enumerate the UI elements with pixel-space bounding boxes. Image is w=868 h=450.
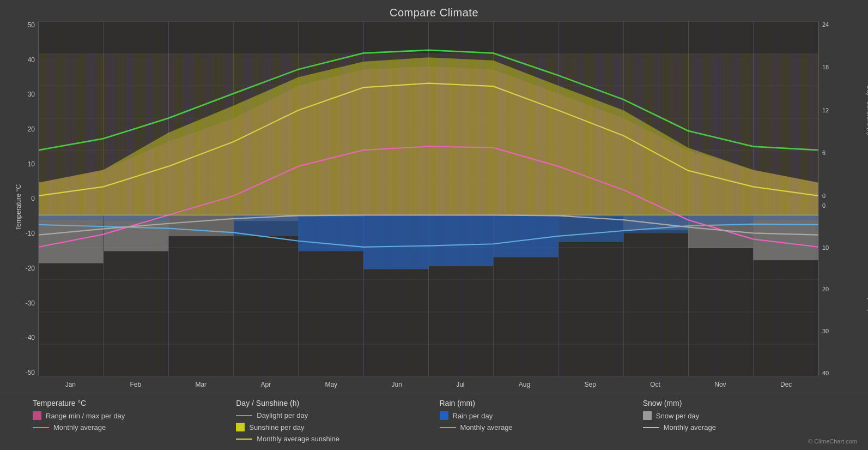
right-tick-24: 24 bbox=[822, 21, 829, 28]
right-tick-r40: 40 bbox=[822, 370, 829, 376]
y-tick: 50 bbox=[28, 21, 35, 29]
chart-area: Temperature °C 50 40 30 20 10 0 -10 -20 … bbox=[0, 21, 868, 393]
legend-sunshine-avg: Monthly average sunshine bbox=[236, 435, 428, 443]
legend-rain-label: Rain per day bbox=[453, 412, 493, 420]
legend-temp-avg: Monthly average bbox=[33, 423, 225, 431]
x-label-feb: Feb bbox=[130, 381, 141, 388]
chart-svg bbox=[39, 21, 818, 376]
legend-snow-title: Snow (mm) bbox=[643, 399, 835, 407]
legend-rain-per-day: Rain per day bbox=[440, 411, 632, 420]
legend-area: Temperature °C Range min / max per day M… bbox=[0, 393, 868, 450]
legend-sunshine-avg-label: Monthly average sunshine bbox=[257, 435, 339, 443]
legend-rain-avg: Monthly average bbox=[440, 423, 632, 431]
page-title: Compare Climate bbox=[0, 0, 868, 21]
legend-rain-avg-label: Monthly average bbox=[460, 423, 513, 431]
x-axis-labels: Jan Feb Mar Apr May Jun Jul Aug Sep Oct … bbox=[38, 379, 819, 391]
legend-sunshine-per-day: Sunshine per day bbox=[236, 423, 428, 431]
legend-snow-box bbox=[643, 411, 652, 420]
legend-daylight: Day / Sunshine (h) Daylight per day Suns… bbox=[236, 399, 428, 445]
legend-daylight-line bbox=[236, 415, 252, 416]
x-label-apr: Apr bbox=[260, 381, 271, 388]
x-label-mar: Mar bbox=[195, 381, 207, 388]
legend-snow: Snow (mm) Snow per day Monthly average bbox=[643, 399, 835, 445]
right-tick-r20: 20 bbox=[822, 286, 829, 292]
legend-temp-avg-line bbox=[33, 427, 49, 428]
legend-snow-per-day: Snow per day bbox=[643, 411, 835, 420]
legend-temp-range-label: Range min / max per day bbox=[46, 412, 125, 420]
legend-daylight-per-day: Daylight per day bbox=[236, 411, 428, 419]
right-tick-18: 18 bbox=[822, 64, 829, 70]
x-label-jul: Jul bbox=[456, 381, 464, 388]
x-label-nov: Nov bbox=[714, 381, 726, 388]
y-axis-left: Temperature °C 50 40 30 20 10 0 -10 -20 … bbox=[5, 21, 38, 393]
legend-temp-title: Temperature °C bbox=[33, 399, 225, 407]
y-axis-right: 24 18 12 6 0 Day / Sunshine (h) 0 10 20 … bbox=[819, 21, 863, 393]
x-label-sep: Sep bbox=[585, 381, 596, 388]
legend-snow-avg-line bbox=[643, 427, 659, 428]
legend-snow-avg-label: Monthly average bbox=[664, 423, 716, 431]
y-tick: -40 bbox=[26, 334, 35, 341]
legend-sunshine-label: Sunshine per day bbox=[249, 423, 304, 431]
right-axis-label-top: Day / Sunshine (h) bbox=[866, 85, 868, 135]
legend-sunshine-avg-line bbox=[236, 439, 252, 440]
legend-temperature: Temperature °C Range min / max per day M… bbox=[33, 399, 225, 445]
legend-snow-avg: Monthly average bbox=[643, 423, 835, 431]
y-tick: -50 bbox=[26, 369, 35, 376]
x-label-oct: Oct bbox=[650, 381, 660, 388]
y-axis-left-label: Temperature °C bbox=[15, 184, 22, 230]
legend-daylight-label: Daylight per day bbox=[257, 411, 308, 419]
right-tick-6: 6 bbox=[822, 149, 829, 156]
page-wrapper: Compare Climate Temperature °C 50 40 30 … bbox=[0, 0, 868, 450]
y-tick: -10 bbox=[26, 230, 35, 237]
legend-sunshine-box bbox=[236, 423, 245, 431]
legend-snow-label: Snow per day bbox=[656, 412, 700, 420]
copyright: © ClimeChart.com bbox=[808, 438, 857, 445]
right-tick-r0: 0 bbox=[822, 202, 829, 209]
right-tick-r10: 10 bbox=[822, 244, 829, 251]
y-tick: 10 bbox=[28, 160, 35, 168]
legend-temp-range: Range min / max per day bbox=[33, 411, 225, 420]
y-tick: -30 bbox=[26, 299, 35, 307]
x-label-jun: Jun bbox=[391, 381, 402, 388]
chart-canvas bbox=[38, 21, 819, 376]
y-tick: 20 bbox=[28, 125, 35, 133]
chart-main: Edmonton Edmonton ClimeChart.com ClimeCh… bbox=[38, 21, 819, 393]
x-label-jan: Jan bbox=[65, 381, 76, 388]
x-label-dec: Dec bbox=[780, 381, 792, 388]
y-tick: 0 bbox=[31, 195, 35, 202]
y-tick: 30 bbox=[28, 91, 35, 98]
legend-rain: Rain (mm) Rain per day Monthly average bbox=[440, 399, 632, 445]
legend-day-title: Day / Sunshine (h) bbox=[236, 399, 428, 407]
legend-temp-avg-label: Monthly average bbox=[53, 423, 106, 431]
x-axis: Jan Feb Mar Apr May Jun Jul Aug Sep Oct … bbox=[38, 376, 819, 393]
legend-temp-range-box bbox=[33, 411, 41, 420]
legend-rain-box bbox=[440, 411, 448, 420]
x-label-may: May bbox=[325, 381, 337, 388]
svg-rect-51 bbox=[39, 54, 818, 215]
right-tick-12: 12 bbox=[822, 107, 829, 113]
legend-rain-title: Rain (mm) bbox=[440, 399, 632, 407]
right-tick-r30: 30 bbox=[822, 328, 829, 334]
x-label-aug: Aug bbox=[519, 381, 530, 388]
legend-rain-avg-line bbox=[440, 427, 456, 428]
y-tick: -20 bbox=[26, 265, 35, 272]
y-tick: 40 bbox=[28, 56, 35, 64]
right-tick-0: 0 bbox=[822, 193, 829, 199]
